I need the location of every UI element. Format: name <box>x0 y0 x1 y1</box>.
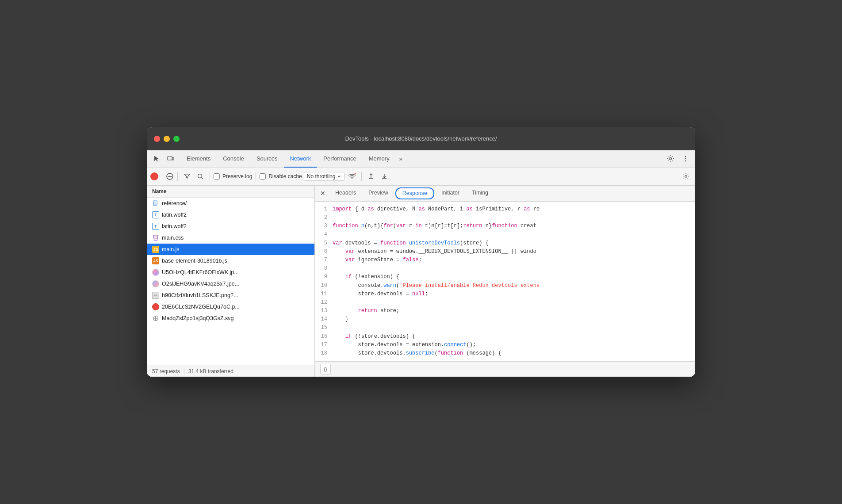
search-icon[interactable] <box>195 171 206 182</box>
svg-point-4 <box>685 158 686 160</box>
disable-cache-checkbox[interactable] <box>260 173 266 179</box>
cursor-icon[interactable] <box>150 153 163 165</box>
file-item-circle[interactable]: 20E6CLcSzNV2GELQu7oC.p... <box>147 301 314 313</box>
tab-headers[interactable]: Headers <box>329 186 362 201</box>
filter-icon[interactable] <box>181 171 193 182</box>
settings-icon[interactable] <box>664 153 677 165</box>
response-panel: ✕ Headers Preview Response Initiator Tim… <box>315 186 695 377</box>
tab-memory[interactable]: Memory <box>363 150 396 168</box>
file-item-png[interactable]: h90CtfziXluvh1LSSKJE.png?... <box>147 290 314 301</box>
wifi-icon <box>346 171 358 182</box>
more-options-icon[interactable] <box>679 153 692 165</box>
file-list-header: Name <box>147 186 314 198</box>
devtools-panel: Elements Console Sources Network Perform… <box>147 150 695 377</box>
doc-icon <box>152 200 159 207</box>
separator-5 <box>361 172 362 181</box>
tab-timing[interactable]: Timing <box>466 186 494 201</box>
code-line-3: 3 function n(n,t){for(var r in t)n[r]=t[… <box>315 222 695 230</box>
code-line-15: 15 <box>315 324 695 332</box>
separator-2 <box>177 172 178 181</box>
svg-rect-1 <box>172 157 174 160</box>
throttle-select[interactable]: No throttling <box>304 172 345 181</box>
record-button[interactable] <box>150 172 158 180</box>
code-line-8: 8 <box>315 264 695 273</box>
svg-point-24 <box>154 294 156 295</box>
js-icon: JS <box>152 246 159 253</box>
tab-response[interactable]: Response <box>395 187 434 199</box>
svg-point-3 <box>685 156 686 157</box>
font-icon-1: T <box>152 211 159 218</box>
tab-performance[interactable]: Performance <box>317 150 362 168</box>
file-name: latin.woff2 <box>162 223 187 229</box>
transferred-size: 31.4 kB transferred <box>188 368 233 374</box>
format-button[interactable]: {} <box>320 364 331 374</box>
minimize-button[interactable] <box>164 136 170 142</box>
request-count: 57 requests <box>152 368 180 374</box>
file-item-svg[interactable]: MadqZslZpo1sj3qQ3GsZ.svg <box>147 313 314 324</box>
network-toolbar: Preserve log Disable cache No throttling <box>147 168 695 186</box>
code-line-7: 7 var ignoreState = false; <box>315 256 695 264</box>
tab-more[interactable]: » <box>396 150 406 168</box>
file-item-mainjs[interactable]: JS main.js <box>147 244 314 255</box>
file-item-base-element[interactable]: JS base-element-3018901b.js <box>147 255 314 267</box>
file-name: O2slJEHG9avKV4aqzSx7.jpe... <box>162 281 239 287</box>
tab-sources[interactable]: Sources <box>250 150 284 168</box>
file-item-reference[interactable]: reference/ <box>147 198 314 209</box>
code-line-6: 6 var extension = window.__REDUX_DEVTOOL… <box>315 248 695 256</box>
base-js-icon: JS <box>152 257 159 264</box>
main-content: Name reference/ <box>147 186 695 377</box>
file-name: latin.woff2 <box>162 212 187 218</box>
maximize-button[interactable] <box>173 136 180 142</box>
code-line-9: 9 if (!extension) { <box>315 273 695 281</box>
file-item-img2[interactable]: O2slJEHG9avKV4aqzSx7.jpe... <box>147 278 314 290</box>
file-name: main.css <box>162 235 184 241</box>
chevron-down-icon <box>337 174 341 179</box>
file-name: U5OHzQL4tEKFr6OFlxWK.jp... <box>162 269 239 275</box>
export-icon[interactable] <box>379 171 390 182</box>
tab-preview[interactable]: Preview <box>362 186 394 201</box>
code-line-18: 18 store.devtools.subscribe(function (me… <box>315 349 695 358</box>
tab-settings <box>664 153 692 165</box>
tab-icons <box>150 153 177 165</box>
preserve-log-checkbox[interactable] <box>214 173 220 179</box>
code-area: 1 import { d as directive, N as NodePart… <box>315 202 695 361</box>
svg-point-16 <box>685 176 687 177</box>
separator-3 <box>210 172 210 181</box>
device-toggle-icon[interactable] <box>165 153 177 165</box>
tabs-bar: Elements Console Sources Network Perform… <box>147 150 695 168</box>
preserve-log-label[interactable]: Preserve log <box>214 173 252 179</box>
tab-console[interactable]: Console <box>217 150 250 168</box>
separator-4 <box>256 172 256 181</box>
css-icon <box>152 234 159 241</box>
tab-initiator[interactable]: Initiator <box>435 186 466 201</box>
file-item-woff2-2[interactable]: T latin.woff2 <box>147 221 314 232</box>
svg-point-8 <box>198 174 202 178</box>
close-panel-button[interactable]: ✕ <box>318 189 327 198</box>
file-list-panel: Name reference/ <box>147 186 315 377</box>
import-icon[interactable] <box>365 171 377 182</box>
file-name: MadqZslZpo1sj3qQ3GsZ.svg <box>162 315 234 321</box>
tab-elements[interactable]: Elements <box>180 150 217 168</box>
network-settings-icon[interactable] <box>680 171 692 182</box>
file-name: base-element-3018901b.js <box>162 258 227 264</box>
file-item-maincss[interactable]: main.css <box>147 232 314 244</box>
tab-network[interactable]: Network <box>284 150 318 168</box>
code-line-1: 1 import { d as directive, N as NodePart… <box>315 205 695 214</box>
circle-icon <box>152 303 159 310</box>
svg-point-2 <box>670 158 672 160</box>
img-icon-2 <box>152 280 159 287</box>
main-tabs: Elements Console Sources Network Perform… <box>180 150 406 168</box>
disable-cache-label[interactable]: Disable cache <box>260 173 302 179</box>
img-icon-1 <box>152 269 159 276</box>
close-button[interactable] <box>154 136 160 142</box>
devtools-window: DevTools - localhost:8080/docs/devtools/… <box>147 127 695 377</box>
font-icon-2: T <box>152 223 159 230</box>
separator-1 <box>162 172 162 181</box>
file-item-woff2-1[interactable]: T latin.woff2 <box>147 209 314 221</box>
file-list: reference/ T latin.woff2 T latin.woff2 <box>147 198 314 366</box>
svg-point-5 <box>685 160 686 162</box>
clear-button[interactable] <box>166 172 174 180</box>
file-name: reference/ <box>162 200 187 206</box>
file-item-img1[interactable]: U5OHzQL4tEKFr6OFlxWK.jp... <box>147 267 314 278</box>
window-title: DevTools - localhost:8080/docs/devtools/… <box>345 135 497 142</box>
